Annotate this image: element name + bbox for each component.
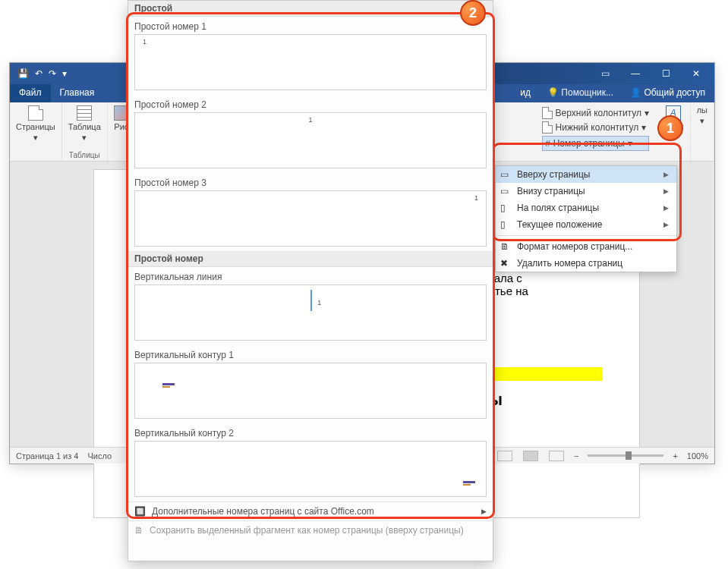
pages-button[interactable]: Страницы▾ xyxy=(16,105,55,143)
table-icon xyxy=(77,105,92,121)
chevron-right-icon: ▶ xyxy=(663,171,669,178)
callout-badge-1: 1 xyxy=(657,115,683,141)
page-number-button[interactable]: #Номер страницы ▾ xyxy=(542,136,649,151)
ribbon-group-pages: Страницы▾ xyxy=(10,102,62,161)
page-icon xyxy=(28,105,43,121)
ribbon-group-symbols: лы▾ xyxy=(691,102,714,161)
menu-current-position[interactable]: ▯Текущее положение▶ xyxy=(496,216,676,233)
header-button[interactable]: Верхний колонтитул ▾ xyxy=(542,107,649,119)
office-icon: 🔲 xyxy=(134,506,146,517)
chevron-right-icon: ▶ xyxy=(663,221,669,228)
gallery-option-label: Простой номер 1 xyxy=(128,17,493,34)
undo-icon[interactable]: ↶ xyxy=(35,68,43,79)
zoom-slider[interactable] xyxy=(588,454,663,457)
menu-remove-numbers[interactable]: ✖Удалить номера страниц xyxy=(496,255,676,272)
gallery-option-vertical-line[interactable]: 1 xyxy=(134,284,487,341)
close-icon[interactable]: ✕ xyxy=(681,63,711,84)
zoom-level[interactable]: 100% xyxy=(687,451,708,461)
separator xyxy=(496,235,676,236)
zoom-out-button[interactable]: − xyxy=(574,451,578,461)
gallery-section-simple: Простой xyxy=(128,1,493,17)
menu-top-of-page[interactable]: ▭Вверху страницы▶ xyxy=(496,166,676,183)
chevron-right-icon: ▶ xyxy=(663,204,669,212)
page-number-gallery: Простой Простой номер 1 1 Простой номер … xyxy=(128,0,493,561)
page-top-icon: ▭ xyxy=(500,169,512,180)
format-icon: 🗎 xyxy=(500,241,512,252)
gallery-option-label: Вертикальная линия xyxy=(128,267,493,284)
gallery-option-label: Простой номер 3 xyxy=(128,173,493,190)
gallery-option-simple-3[interactable]: 1 xyxy=(134,190,487,247)
qat-customize-icon[interactable]: ▾ xyxy=(62,68,67,79)
symbols-button[interactable]: лы▾ xyxy=(697,105,708,126)
status-word-count[interactable]: Число xyxy=(87,451,112,461)
tab-file[interactable]: Файл xyxy=(10,84,51,102)
gallery-option-simple-1[interactable]: 1 xyxy=(134,34,487,90)
pictures-button[interactable]: Рис xyxy=(114,105,129,131)
page-bottom-icon: ▭ xyxy=(500,186,512,196)
hash-icon: # xyxy=(546,139,550,148)
gallery-option-vertical-contour-2[interactable] xyxy=(134,441,487,497)
ribbon-group-caption: Таблицы xyxy=(69,151,100,159)
gallery-section-simple-number: Простой номер xyxy=(128,251,493,267)
gallery-option-simple-2[interactable]: 1 xyxy=(134,112,487,168)
save-icon[interactable]: 💾 xyxy=(17,68,29,79)
chevron-right-icon: ▶ xyxy=(663,187,669,195)
tab-home[interactable]: Главная xyxy=(51,84,104,102)
view-web-layout[interactable] xyxy=(549,451,564,461)
minimize-icon[interactable]: — xyxy=(620,63,651,84)
menu-bottom-of-page[interactable]: ▭Внизу страницы▶ xyxy=(496,183,676,200)
redo-icon[interactable]: ↷ xyxy=(49,68,56,79)
picture-icon xyxy=(114,105,129,121)
footer-icon xyxy=(542,121,553,134)
gallery-option-label: Вертикальный контур 2 xyxy=(128,423,493,441)
table-button[interactable]: Таблица▾ xyxy=(68,105,101,143)
chevron-right-icon: ▶ xyxy=(481,508,487,515)
status-page[interactable]: Страница 1 из 4 xyxy=(16,451,78,461)
ribbon-options-icon[interactable]: ▭ xyxy=(590,63,620,84)
gallery-more-office[interactable]: 🔲Дополнительные номера страниц с сайта O… xyxy=(128,501,493,520)
view-print-layout[interactable] xyxy=(523,451,538,461)
page-number-menu: ▭Вверху страницы▶ ▭Внизу страницы▶ ▯На п… xyxy=(495,165,677,272)
ribbon-group-tables: Таблица▾ Таблицы xyxy=(62,102,108,161)
remove-icon: ✖ xyxy=(500,258,512,269)
gallery-option-vertical-contour-1[interactable] xyxy=(134,363,487,419)
menu-format-numbers[interactable]: 🗎Формат номеров страниц... xyxy=(496,238,676,255)
save-selection-icon: 🗎 xyxy=(134,525,143,536)
view-read-mode[interactable] xyxy=(497,451,512,461)
zoom-in-button[interactable]: + xyxy=(673,451,677,461)
quick-access-toolbar: 💾 ↶ ↷ ▾ xyxy=(13,68,67,79)
page-margins-icon: ▯ xyxy=(500,203,512,213)
ribbon-group-header-footer: Верхний колонтитул ▾ Нижний колонтитул ▾… xyxy=(534,102,657,161)
gallery-save-selection: 🗎Сохранить выделенный фрагмент как номер… xyxy=(128,520,493,539)
header-icon xyxy=(542,107,553,119)
maximize-icon[interactable]: ☐ xyxy=(651,63,681,84)
footer-button[interactable]: Нижний колонтитул ▾ xyxy=(542,121,649,134)
tell-me[interactable]: 💡 Помощник... xyxy=(540,84,621,102)
cursor-icon: ▯ xyxy=(500,219,512,230)
gallery-option-label: Вертикальный контур 1 xyxy=(128,345,493,363)
callout-badge-2: 2 xyxy=(460,0,486,26)
tab-view-partial[interactable]: ид xyxy=(511,84,540,102)
share-button[interactable]: 👤 Общий доступ xyxy=(621,84,714,102)
gallery-option-label: Простой номер 2 xyxy=(128,95,493,112)
menu-page-margins[interactable]: ▯На полях страницы▶ xyxy=(496,200,676,216)
